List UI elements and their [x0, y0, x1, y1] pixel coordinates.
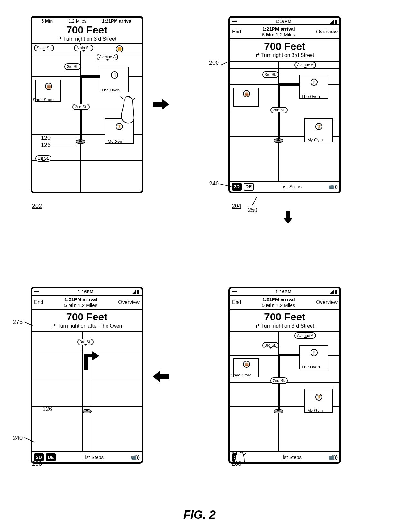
- svg-line-2: [132, 98, 135, 100]
- road-avea: Avenue A: [97, 54, 118, 60]
- svg-line-3: [232, 451, 234, 454]
- overview-button[interactable]: Overview: [316, 299, 338, 305]
- road-1st: 1st St.: [35, 155, 51, 162]
- location-puck: [274, 138, 283, 143]
- 3d-button[interactable]: 3D: [34, 453, 44, 461]
- audio-icon[interactable]: 📹)): [328, 454, 338, 460]
- poi-shoe: Shoe Store: [33, 97, 54, 102]
- status-time: 1:16PM: [275, 19, 291, 24]
- 3d-button[interactable]: 3D: [232, 183, 242, 191]
- svg-line-5: [243, 453, 246, 455]
- location-puck: [82, 409, 92, 413]
- end-button[interactable]: End: [34, 299, 43, 305]
- distance: 700 Feet: [33, 24, 140, 36]
- ref-202: 202: [32, 203, 42, 210]
- map-view-206[interactable]: Avenue A 3rd St. 2nd St. 👜 Shoe Store 🍴 …: [230, 332, 339, 451]
- audio-icon[interactable]: 📹)): [130, 454, 140, 460]
- nav-bar: End 1:21PM arrival 5 Min 1.2 Miles Overv…: [230, 25, 339, 39]
- bottom-bar: 3D DE List Steps 📹)): [230, 181, 339, 192]
- de-button[interactable]: DE: [244, 183, 254, 191]
- ref-204: 204: [232, 203, 241, 210]
- list-steps-button[interactable]: List Steps: [58, 454, 128, 460]
- signal-dots-icon: •••••: [232, 19, 237, 24]
- map-view-204[interactable]: Avenue A 3rd St. 2nd St. 👜 🍴 The Oven 🏋 …: [230, 62, 339, 181]
- fork-knife-icon: 🍴: [311, 349, 318, 356]
- route-turn-arrow-icon: [82, 348, 101, 370]
- poi-gym: My Gym: [108, 139, 123, 144]
- flow-arrow-left-icon: [153, 369, 169, 386]
- fork-knife-icon: 🍴: [311, 79, 318, 86]
- poi-oven: The Oven: [101, 88, 120, 92]
- location-puck: [76, 139, 85, 144]
- map-view-202[interactable]: State St. Main St. Avenue A 3rd St. 2nd …: [32, 44, 142, 192]
- ref-275: 275: [13, 319, 23, 326]
- dumbbell-icon: 🏋: [315, 394, 322, 401]
- turn-right-icon: [255, 53, 260, 58]
- audio-icon[interactable]: 📹)): [328, 184, 338, 190]
- figure-caption: FIG. 2: [10, 508, 389, 522]
- map-view-208[interactable]: 3rd St.: [32, 332, 142, 451]
- eta-dist: 1.2 Miles: [68, 18, 86, 24]
- phone-stage-202: 5 Min 1.2 Miles 1:21PM arrival 700 Feet …: [31, 16, 143, 193]
- ref-120: 120: [40, 135, 51, 141]
- turn-right-icon: [52, 324, 56, 328]
- status-bar: ••••• 1:16PM ◢ ▮: [230, 18, 339, 25]
- ref-240: 240: [209, 180, 219, 187]
- eta-min: 5 Min: [41, 18, 53, 24]
- phone-stage-204: ••••• 1:16PM ◢ ▮ End 1:21PM arrival 5 Mi…: [228, 16, 341, 193]
- battery-icon: ◢ ▮: [330, 19, 338, 24]
- end-button[interactable]: End: [232, 299, 241, 305]
- ref-126: 126: [42, 406, 53, 413]
- eta-arrival: 1:21PM arrival: [102, 18, 133, 24]
- svg-line-0: [121, 96, 123, 99]
- phone-stage-206: ••••• 1:16PM ◢ ▮ End 1:21PM arrival 5 Mi…: [228, 287, 341, 464]
- ref-126: 126: [40, 142, 51, 148]
- tap-finger-icon: [119, 96, 138, 125]
- instruction-panel: 700 Feet Turn right on 3rd Street: [230, 39, 339, 62]
- road-3rd: 3rd St.: [64, 63, 81, 70]
- bag-icon: 👜: [243, 90, 250, 97]
- ref-206: 206: [232, 461, 241, 467]
- overview-button[interactable]: Overview: [316, 29, 338, 35]
- turn-right-icon: [255, 324, 260, 328]
- dumbbell-icon: 🏋: [315, 123, 322, 130]
- phone-stage-208: ••••• 1:16PM ◢ ▮ End 1:21PM arrival 5 Mi…: [31, 287, 143, 464]
- location-puck: [274, 409, 283, 413]
- burger-icon: 🍔: [116, 45, 123, 52]
- top-info-202: 5 Min 1.2 Miles 1:21PM arrival 700 Feet …: [32, 18, 142, 44]
- road-state: State St.: [34, 45, 54, 51]
- ref-200: 200: [209, 60, 219, 66]
- flow-arrow-down-icon: [280, 209, 296, 227]
- instruction: Turn right on 3rd Street: [33, 36, 140, 42]
- list-steps-button[interactable]: List Steps: [255, 184, 326, 189]
- road-main: Main St.: [74, 45, 93, 51]
- end-button[interactable]: End: [232, 29, 241, 35]
- bag-icon: 👜: [45, 83, 52, 90]
- ref-208: 208: [32, 461, 42, 467]
- eta-arrival: 1:21PM arrival: [262, 26, 295, 32]
- road-2nd: 2nd St.: [72, 104, 90, 110]
- bag-icon: 👜: [243, 361, 250, 368]
- flow-arrow-right-icon: [153, 97, 169, 114]
- fork-knife-icon: 🍴: [111, 71, 118, 79]
- list-steps-button[interactable]: List Steps: [255, 454, 326, 460]
- overview-button[interactable]: Overview: [118, 299, 140, 305]
- ref-240: 240: [13, 435, 23, 442]
- de-button[interactable]: DE: [46, 453, 56, 461]
- ref-250: 250: [248, 207, 257, 214]
- turn-right-icon: [58, 37, 62, 41]
- distance: 700 Feet: [230, 41, 339, 52]
